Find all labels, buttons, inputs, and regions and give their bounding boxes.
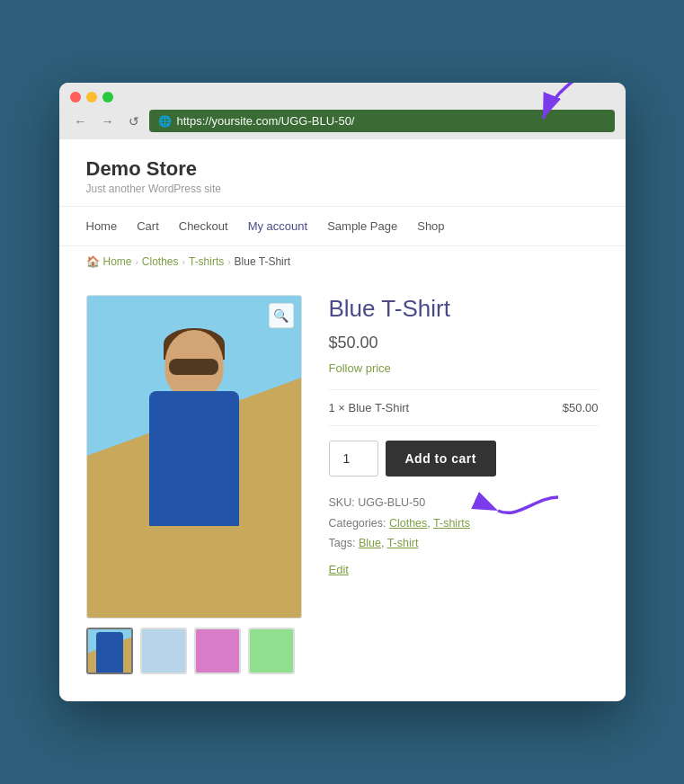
breadcrumb-sep3: ›	[227, 257, 230, 267]
edit-link[interactable]: Edit	[329, 559, 599, 580]
browser-window: ← → ↺ 🌐 https://yoursite.com/UGG-BLU-50/	[59, 83, 626, 701]
tags-row: Tags: Blue, T-shirt	[329, 533, 599, 554]
thumb-blue[interactable]	[140, 628, 187, 674]
tag-blue[interactable]: Blue	[359, 537, 381, 549]
nav-shop[interactable]: Shop	[417, 219, 444, 233]
sku-value: UGG-BLU-50	[358, 496, 425, 509]
product-meta: SKU: UGG-BLU-50 C	[329, 493, 599, 580]
product-images: 🔍	[86, 295, 302, 674]
order-item-price: $50.00	[563, 401, 599, 414]
site-title: Demo Store	[86, 157, 599, 181]
order-item-label: 1 × Blue T-Shirt	[329, 401, 410, 414]
order-summary: 1 × Blue T-Shirt $50.00	[329, 389, 599, 426]
person-figure	[113, 321, 275, 618]
address-bar[interactable]: 🌐 https://yoursite.com/UGG-BLU-50/	[149, 110, 615, 132]
zoom-button[interactable]: 🔍	[269, 303, 294, 328]
order-row: 1 × Blue T-Shirt $50.00	[329, 401, 599, 414]
category-clothes[interactable]: Clothes	[389, 517, 427, 530]
follow-price-link[interactable]: Follow price	[329, 361, 599, 375]
breadcrumb: 🏠 Home › Clothes › T-shirts › Blue T-Shi…	[59, 246, 626, 277]
breadcrumb-current: Blue T-Shirt	[235, 255, 290, 268]
product-title: Blue T-Shirt	[329, 295, 599, 323]
product-price: $50.00	[329, 334, 599, 352]
url-plain: https://	[177, 114, 212, 128]
breadcrumb-tshirts[interactable]: T-shirts	[189, 255, 224, 268]
breadcrumb-sep2: ›	[182, 257, 185, 267]
nav-checkout[interactable]: Checkout	[179, 219, 228, 233]
address-url: https://yoursite.com/UGG-BLU-50/	[177, 114, 355, 128]
product-section: 🔍	[59, 277, 626, 701]
thumb-photo-img	[88, 629, 131, 673]
thumb-pink[interactable]	[194, 628, 241, 674]
product-photo	[87, 296, 301, 618]
thumbnail-row	[86, 628, 302, 674]
window-controls	[70, 92, 615, 102]
quantity-row: Add to cart	[329, 441, 599, 477]
url-bold: yoursite.com	[212, 114, 279, 128]
quantity-input[interactable]	[329, 441, 378, 477]
product-info: Blue T-Shirt $50.00 Follow price 1 × Blu…	[329, 295, 599, 674]
minimize-button[interactable]	[86, 92, 97, 102]
nav-samplepage[interactable]: Sample Page	[327, 219, 397, 233]
close-button[interactable]	[70, 92, 81, 102]
back-button[interactable]: ←	[70, 112, 92, 130]
thumb-green[interactable]	[248, 628, 295, 674]
breadcrumb-home[interactable]: Home	[103, 255, 132, 268]
add-to-cart-button[interactable]: Add to cart	[386, 441, 496, 477]
maximize-button[interactable]	[102, 92, 113, 102]
person-body	[149, 391, 239, 526]
thumb-blue-swatch	[142, 629, 185, 673]
forward-button[interactable]: →	[97, 112, 119, 130]
browser-content: Demo Store Just another WordPress site H…	[59, 139, 626, 701]
site-header: Demo Store Just another WordPress site	[59, 139, 626, 207]
url-path: /UGG-BLU-50/	[278, 114, 354, 128]
sku-label: SKU:	[329, 496, 355, 509]
address-bar-row: ← → ↺ 🌐 https://yoursite.com/UGG-BLU-50/	[70, 110, 615, 132]
site-nav: Home Cart Checkout My account Sample Pag…	[59, 207, 626, 246]
tags-label: Tags:	[329, 537, 356, 549]
globe-icon: 🌐	[158, 115, 172, 128]
thumb-photo[interactable]	[86, 628, 133, 674]
sku-row: SKU: UGG-BLU-50	[329, 493, 599, 513]
reload-button[interactable]: ↺	[124, 112, 144, 130]
sunglasses	[169, 359, 218, 375]
nav-cart[interactable]: Cart	[137, 219, 159, 233]
thumb-green-swatch	[250, 629, 293, 673]
breadcrumb-sep1: ›	[136, 257, 138, 267]
thumb-pink-swatch	[196, 629, 239, 673]
breadcrumb-clothes[interactable]: Clothes	[142, 255, 179, 268]
nav-myaccount[interactable]: My account	[248, 219, 307, 233]
nav-home[interactable]: Home	[86, 219, 118, 233]
tag-tshirt[interactable]: T-shirt	[387, 537, 419, 549]
main-image: 🔍	[86, 295, 302, 619]
categories-label: Categories:	[329, 517, 386, 530]
browser-chrome: ← → ↺ 🌐 https://yoursite.com/UGG-BLU-50/	[59, 83, 626, 139]
categories-row: Categories: Clothes, T-shirts	[329, 513, 599, 534]
home-icon: 🏠	[86, 255, 100, 268]
category-tshirts[interactable]: T-shirts	[433, 517, 470, 530]
site-subtitle: Just another WordPress site	[86, 183, 599, 195]
